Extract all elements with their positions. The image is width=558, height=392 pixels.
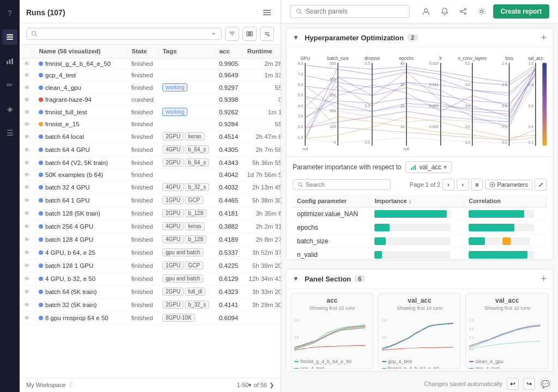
row-eye[interactable]: 👁 (20, 220, 34, 233)
row-name: fmnist_e_15 (34, 119, 127, 130)
left-panel: Runs (107) (20, 0, 281, 392)
table-row[interactable]: 👁 4 GPU, b 32, e 50 finished gpu and bat… (20, 272, 281, 285)
sort-btn[interactable] (260, 27, 274, 41)
param-importance: Parameter importance with respect to val… (286, 157, 553, 260)
share-icon[interactable] (456, 4, 470, 19)
table-row[interactable]: 👁 batch 128 (5K train) finished 2GPUb_12… (20, 207, 281, 220)
next-page-btn[interactable]: › (457, 179, 469, 191)
row-eye[interactable]: 👁 (20, 119, 34, 130)
sidebar-icon-runs[interactable] (2, 29, 17, 45)
param-table-row: optimizer.value_NAN (293, 207, 547, 221)
section-add-icon[interactable]: + (541, 33, 547, 42)
row-eye[interactable]: 👁 (20, 81, 34, 94)
table-view-icon[interactable] (260, 5, 274, 20)
row-eye[interactable]: 👁 (20, 181, 34, 194)
row-eye[interactable]: 👁 (20, 169, 34, 181)
table-row[interactable]: 👁 fmnist_full_test finished working 0.92… (20, 106, 281, 119)
user-icon[interactable] (419, 4, 433, 19)
prev-page-btn[interactable]: ‹ (442, 179, 454, 191)
param-search[interactable] (293, 179, 391, 190)
sidebar-icon-help[interactable]: ? (2, 5, 17, 21)
list-view-btn[interactable]: ≡ (471, 179, 483, 191)
row-tags: 4GPUb_64_s (158, 143, 215, 156)
table-row[interactable]: 👁 batch 32 4 GPU finished 4GPUb_32_s 0.4… (20, 181, 281, 194)
row-eye[interactable]: 👁 (20, 106, 34, 119)
table-row[interactable]: 👁 batch 64 1 GPU finished 1GPUGCP 0.4465… (20, 194, 281, 207)
row-name: batch 256 4 GPU (34, 220, 127, 233)
row-runtime: 0s (242, 94, 281, 106)
table-row[interactable]: 👁 batch 64 (5K train) finished 2GPUfull_… (20, 285, 281, 298)
table-row[interactable]: 👁 clean_4_gpu finished working 0.9297 55… (20, 81, 281, 94)
row-eye[interactable]: 👁 (20, 70, 34, 81)
svg-text:1.0: 1.0 (294, 318, 299, 322)
row-eye[interactable]: 👁 (20, 194, 34, 207)
col-tags[interactable]: Tags (158, 45, 215, 58)
sidebar-icon-models[interactable]: ◈ (2, 101, 17, 117)
row-eye[interactable]: 👁 (20, 259, 34, 272)
expand-btn[interactable]: ⤢ (535, 179, 547, 191)
table-row[interactable]: 👁 fmnist_g_4_b_64_e_50 finished 0.9905 2… (20, 58, 281, 70)
table-row[interactable]: 👁 batch 128 1 GPU finished 1GPUGCP 0.422… (20, 259, 281, 272)
table-row[interactable]: 👁 batch 64 local finished 2GPUkeras 0.45… (20, 130, 281, 143)
svg-text:0.6: 0.6 (529, 104, 534, 108)
row-acc: 0.4514 (215, 130, 242, 143)
create-report-button[interactable]: Create report (493, 4, 549, 19)
left-header: Runs (107) (20, 0, 281, 23)
col-importance[interactable]: Importance ↓ (370, 195, 464, 207)
table-row[interactable]: 👁 batch 64 (V2, 5K train) finished 2GPUb… (20, 156, 281, 169)
row-eye[interactable]: 👁 (20, 58, 34, 70)
search-input[interactable] (40, 30, 210, 38)
table-row[interactable]: 👁 8 gpu rmsprop 64 e 50 finished 8GPU·10… (20, 311, 281, 324)
chat-btn[interactable]: 💬 (539, 378, 551, 390)
metric-selector[interactable]: val_acc ▾ (405, 161, 452, 173)
row-eye[interactable]: 👁 (20, 272, 34, 285)
row-eye[interactable]: 👁 (20, 246, 34, 259)
table-row[interactable]: 👁 50K examples (b 64) finished 0.4042 1d… (20, 169, 281, 181)
col-name[interactable]: Name (56 visualized) (34, 45, 127, 58)
table-row[interactable]: 👁 batch 256 4 GPU finished 4GPUkeras 0.3… (20, 220, 281, 233)
settings-icon[interactable] (475, 4, 489, 19)
table-row[interactable]: 👁 batch 128 4 GPU finished 4GPUb_128 0.4… (20, 233, 281, 246)
table-row[interactable]: 👁 batch 32 (5K train) finished 2GPUb_32_… (20, 298, 281, 311)
bell-icon[interactable] (438, 4, 452, 19)
col-acc[interactable]: acc (215, 45, 242, 58)
table-row[interactable]: 👁 gcp_4_test finished 0.9649 1m 33s (20, 70, 281, 81)
col-state[interactable]: State (127, 45, 158, 58)
row-name: batch 64 local (34, 130, 127, 143)
sidebar-icon-edit[interactable]: ✏ (2, 77, 17, 93)
table-row[interactable]: 👁 fragrant-haze-94 crashed 0.9398 0s (20, 94, 281, 106)
row-eye[interactable]: 👁 (20, 156, 34, 169)
panels-search-input[interactable] (306, 8, 404, 15)
panel-section-header[interactable]: ▼ Panel Section 6 + (286, 270, 553, 289)
table-row[interactable]: 👁 batch 64 4 GPU finished 4GPUb_64_s 0.4… (20, 143, 281, 156)
filter-btn[interactable] (225, 27, 239, 41)
sidebar-icon-menu[interactable]: ☰ (2, 125, 17, 140)
table-row[interactable]: 👁 4 GPU, b 64, e 25 finished gpu and bat… (20, 246, 281, 259)
redo-btn[interactable]: ↪ (523, 378, 535, 390)
hyperparameter-section-header[interactable]: ▼ Hyperparameter Optimization 2 + (286, 28, 553, 47)
columns-btn[interactable] (242, 27, 257, 41)
row-eye[interactable]: 👁 (20, 130, 34, 143)
row-eye[interactable]: 👁 (20, 285, 34, 298)
row-tags (158, 119, 215, 130)
row-eye[interactable]: 👁 (20, 298, 34, 311)
row-eye[interactable]: 👁 (20, 94, 34, 106)
search-box[interactable] (26, 28, 222, 40)
param-search-input[interactable] (306, 181, 386, 188)
row-acc: 0.6094 (215, 311, 242, 324)
right-search[interactable] (290, 5, 410, 18)
row-eye[interactable]: 👁 (20, 233, 34, 246)
row-eye[interactable]: 👁 (20, 207, 34, 220)
row-eye[interactable]: 👁 (20, 143, 34, 156)
param-importance-val (370, 207, 464, 221)
panel-section-add-icon[interactable]: + (541, 274, 547, 284)
col-runtime[interactable]: Runtime (242, 45, 281, 58)
parameters-btn[interactable]: Parameters (485, 180, 532, 189)
row-runtime: 5h 36m 55s (242, 156, 281, 169)
next-page-btn[interactable]: ❯ (269, 382, 274, 389)
row-eye[interactable]: 👁 (20, 311, 34, 324)
table-row[interactable]: 👁 fmnist_e_15 finished 0.9284 55s (20, 119, 281, 130)
row-tags: 1GPUGCP (158, 259, 215, 272)
sidebar-icon-charts[interactable] (2, 53, 17, 69)
undo-btn[interactable]: ↩ (507, 378, 519, 390)
